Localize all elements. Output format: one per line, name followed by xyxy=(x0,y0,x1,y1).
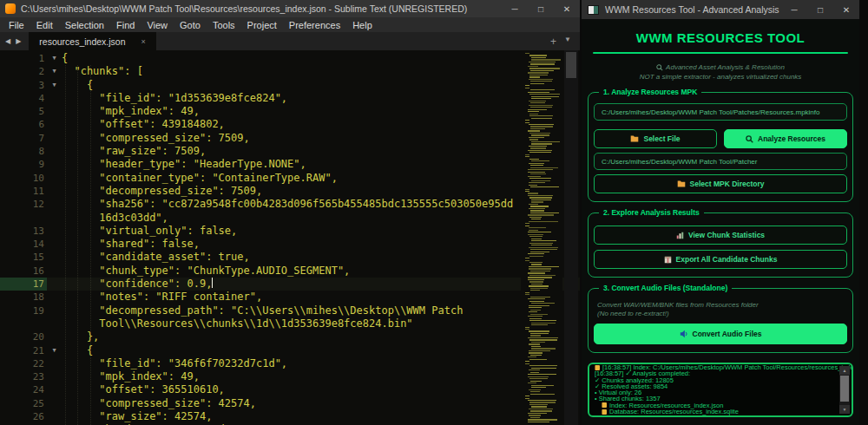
minimap-line xyxy=(531,199,551,200)
code-line-22[interactable]: 22 "file_id": "346f6f70232d7c1d", xyxy=(0,357,580,370)
code-line-17[interactable]: 17 "confidence": 0.9, xyxy=(0,278,580,291)
maximize-button[interactable]: □ xyxy=(807,1,833,18)
code-area[interactable]: 1▼{2▼ "chunks": [3▼ {4 "file_id": "1d353… xyxy=(0,50,580,425)
menu-view[interactable]: View xyxy=(141,20,174,30)
scroll-up-icon[interactable]: ▲ xyxy=(839,366,850,375)
log-scrollbar[interactable]: ▲ ▼ xyxy=(839,366,850,414)
minimap[interactable] xyxy=(521,50,562,425)
minimap-line xyxy=(529,159,539,160)
menu-file[interactable]: File xyxy=(3,20,30,30)
menu-edit[interactable]: Edit xyxy=(30,20,59,30)
code-line-24[interactable]: 24 "offset": 365510610, xyxy=(0,383,580,396)
minimap-line xyxy=(529,359,547,360)
menu-project[interactable]: Project xyxy=(241,20,283,30)
code-line-25[interactable]: 25 "compressed_size": 42574, xyxy=(0,397,580,410)
editor-scrollbar[interactable] xyxy=(564,50,578,425)
code-line-16[interactable]: 16 "chunk_type": "ChunkType.AUDIO_SEGMEN… xyxy=(0,265,580,278)
minimize-button[interactable]: ─ xyxy=(502,0,528,17)
code-line-18[interactable]: 18 "notes": "RIFF container", xyxy=(0,291,580,304)
tab-resources-index-json[interactable]: resources_index.json × xyxy=(29,32,156,50)
search-icon xyxy=(746,135,753,143)
minimap-line xyxy=(529,365,557,366)
sublime-titlebar[interactable]: C:\Users\mihes\Desktop\WWM Patch Tool\Re… xyxy=(0,0,580,17)
gutter-spacer xyxy=(47,330,62,343)
tab-back-icon[interactable]: ◀ xyxy=(0,37,13,45)
fold-arrow-icon[interactable]: ▼ xyxy=(47,344,62,357)
code-line-20[interactable]: 20 }, xyxy=(0,330,580,343)
menu-tools[interactable]: Tools xyxy=(207,20,241,30)
minimap-line xyxy=(525,156,529,157)
menu-preferences[interactable]: Preferences xyxy=(283,20,346,30)
minimap-line xyxy=(525,292,529,293)
minimap-line xyxy=(530,165,543,166)
code-line-12[interactable]: 12 "sha256": "cc872a9548fc00b4283d096f56… xyxy=(0,198,580,211)
minimap-line xyxy=(529,75,548,75)
menu-help[interactable]: Help xyxy=(346,20,378,30)
mpkinfo-path-input[interactable] xyxy=(594,103,847,121)
code-line-6[interactable]: 6 "offset": 439184802, xyxy=(0,118,580,131)
tab-forward-icon[interactable]: ▶ xyxy=(13,37,23,45)
minimap-line xyxy=(529,285,549,286)
code-line-8[interactable]: 8 "raw_size": 7509, xyxy=(0,145,580,158)
minimap-line xyxy=(530,288,548,289)
line-number: 2 xyxy=(0,65,47,78)
menu-goto[interactable]: Goto xyxy=(174,20,207,30)
minimap-line xyxy=(528,232,551,232)
code-line-10[interactable]: 10 "container_type": "ContainerType.RAW"… xyxy=(0,172,580,185)
new-tab-icon[interactable]: + xyxy=(550,36,556,48)
minimap-line xyxy=(531,141,560,142)
code-line-26[interactable]: 26 "raw_size": 42574, xyxy=(0,410,580,423)
wwm-titlebar[interactable]: WWM Resources Tool - Advanced Analysis ─… xyxy=(582,0,859,19)
code-line-11[interactable]: 11 "decompressed_size": 7509, xyxy=(0,185,580,198)
analyze-resources-button[interactable]: Analyze Resources xyxy=(724,129,847,148)
code-line-21[interactable]: 21▼ { xyxy=(0,344,580,357)
maximize-button[interactable]: □ xyxy=(528,0,554,17)
code-line-13[interactable]: 13 "virtual_only": false, xyxy=(0,225,580,238)
minimap-line xyxy=(528,298,545,299)
minimap-line xyxy=(531,342,545,343)
tab-overflow-icon[interactable]: ▼ xyxy=(564,36,571,48)
minimap-line xyxy=(528,234,543,235)
view-chunk-statistics-button[interactable]: View Chunk Statistics xyxy=(594,226,847,245)
code-line-4[interactable]: 4 "file_id": "1d353639e8fce824", xyxy=(0,92,580,105)
fold-arrow-icon[interactable]: ▼ xyxy=(47,52,62,65)
minimap-line xyxy=(530,314,548,315)
code-text: "virtual_only": false, xyxy=(62,225,237,238)
code-line-15[interactable]: 15 "candidate_asset": true, xyxy=(0,251,580,264)
minimap-line xyxy=(531,284,542,284)
select-mpk-directory-button[interactable]: Select MPK Directory xyxy=(594,174,847,193)
convert-audio-files-button[interactable]: Convert Audio Files xyxy=(594,324,847,344)
menu-find[interactable]: Find xyxy=(110,20,141,30)
scroll-down-icon[interactable]: ▼ xyxy=(839,405,850,414)
close-button[interactable]: ✕ xyxy=(554,0,580,17)
editor-scrollbar-thumb[interactable] xyxy=(566,52,576,78)
minimap-line xyxy=(525,396,529,396)
menu-selection[interactable]: Selection xyxy=(59,20,110,30)
code-line-19[interactable]: 19 "decompressed_path": "C:\\Users\\mihe… xyxy=(0,304,580,317)
minimap-line xyxy=(529,402,556,402)
code-line-19-wrap[interactable]: Tool\\Resources\\chunks\\1d\\1d353639e8f… xyxy=(0,317,580,330)
code-line-2[interactable]: 2▼ "chunks": [ xyxy=(0,65,580,78)
minimize-button[interactable]: ─ xyxy=(781,1,807,18)
code-line-23[interactable]: 23 "mpk_index": 49, xyxy=(0,370,580,383)
code-line-3[interactable]: 3▼ { xyxy=(0,79,580,92)
code-line-9[interactable]: 9 "header_type": "HeaderType.NONE", xyxy=(0,158,580,171)
export-candidate-chunks-button[interactable]: Export All Candidate Chunks xyxy=(594,250,847,269)
mpk-directory-input[interactable] xyxy=(594,153,847,170)
tab-close-icon[interactable]: × xyxy=(141,37,146,46)
code-text: "candidate_asset": true, xyxy=(62,251,250,264)
minimap-line xyxy=(525,154,529,155)
select-file-button[interactable]: Select File xyxy=(594,129,717,148)
log-scrollbar-thumb[interactable] xyxy=(840,376,849,402)
code-line-5[interactable]: 5 "mpk_index": 49, xyxy=(0,105,580,118)
code-line-14[interactable]: 14 "shared": false, xyxy=(0,238,580,251)
code-line-1[interactable]: 1▼{ xyxy=(0,52,580,65)
code-line-12-wrap[interactable]: 16d3c03dd", xyxy=(0,212,580,225)
code-text: "file_id": "346f6f70232d7c1d", xyxy=(62,357,287,370)
fold-arrow-icon[interactable]: ▼ xyxy=(47,65,62,78)
close-button[interactable]: ✕ xyxy=(833,1,859,18)
fold-arrow-icon[interactable]: ▼ xyxy=(47,79,62,92)
editor-area[interactable]: 1▼{2▼ "chunks": [3▼ {4 "file_id": "1d353… xyxy=(0,50,580,425)
code-line-7[interactable]: 7 "compressed_size": 7509, xyxy=(0,132,580,145)
notebook-icon xyxy=(602,409,607,415)
